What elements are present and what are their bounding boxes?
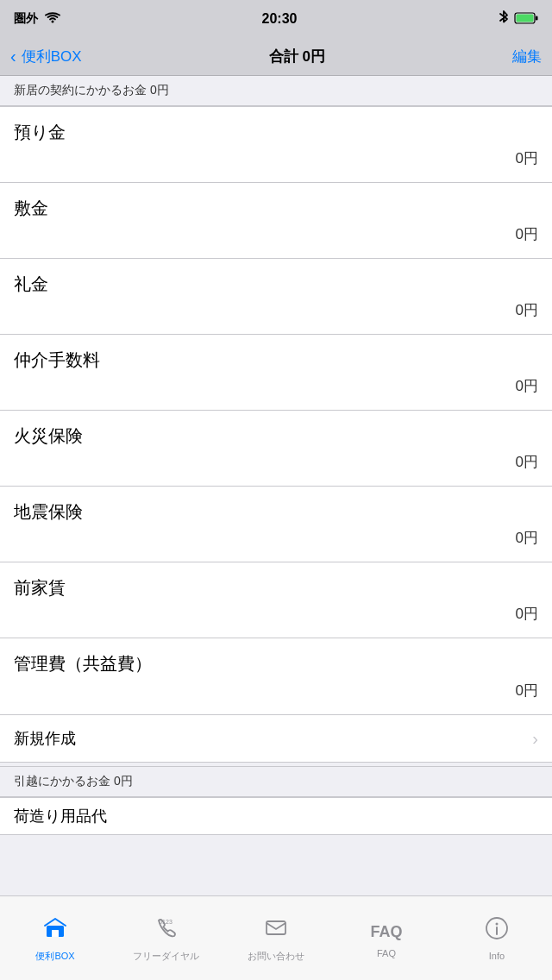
svg-rect-6 (267, 921, 285, 934)
row-label-4: 火災保険 (14, 421, 538, 448)
edit-button[interactable]: 編集 (512, 47, 542, 66)
nav-title: 合計 0円 (269, 47, 325, 66)
row-label-2: 礼金 (14, 269, 538, 296)
tab-info[interactable]: Info (442, 908, 552, 968)
benribox-icon (42, 914, 68, 946)
table-row[interactable]: 礼金 0円 (0, 259, 552, 335)
section-header-2: 引越にかかるお金 0円 (0, 766, 552, 797)
wifi-icon (45, 12, 60, 27)
table-row[interactable]: 預り金 0円 (0, 107, 552, 183)
battery-icon (514, 12, 538, 27)
tab-faq-label: FAQ (377, 948, 396, 958)
back-chevron-icon: ‹ (10, 47, 16, 66)
back-button[interactable]: ‹ 便利BOX (10, 47, 82, 66)
nav-bar: ‹ 便利BOX 合計 0円 編集 (0, 38, 552, 76)
table-row[interactable]: 敷金 0円 (0, 183, 552, 259)
back-label: 便利BOX (22, 47, 82, 66)
free-dial-icon: 0123 (153, 914, 179, 946)
svg-rect-2 (536, 16, 538, 20)
row-label-5: 地震保険 (14, 497, 538, 524)
tab-inquiry[interactable]: お問い合わせ (221, 908, 331, 970)
section-header-2-label: 引越にかかるお金 0円 (14, 774, 133, 788)
status-right (499, 10, 538, 28)
svg-rect-1 (516, 14, 533, 22)
tab-benribox[interactable]: 便利BOX (0, 908, 110, 970)
svg-rect-4 (52, 930, 59, 937)
status-bar: 圏外 20:30 (0, 0, 552, 38)
svg-point-8 (496, 923, 499, 926)
new-entry-label: 新規作成 (14, 728, 76, 749)
partial-row[interactable]: 荷造り用品代 (0, 797, 552, 835)
row-value-0: 0円 (14, 148, 538, 172)
row-value-7: 0円 (14, 681, 538, 704)
info-icon (484, 915, 510, 947)
row-label-6: 前家賃 (14, 573, 538, 600)
row-value-1: 0円 (14, 224, 538, 248)
tab-benribox-label: 便利BOX (35, 950, 74, 963)
table-row[interactable]: 仲介手数料 0円 (0, 335, 552, 411)
tab-free-dial[interactable]: 0123 フリーダイヤル (110, 908, 221, 970)
section-header-1-label: 新居の契約にかかるお金 0円 (14, 83, 169, 97)
content-area: 新居の契約にかかるお金 0円 預り金 0円 敷金 0円 礼金 0円 仲介手数料 … (0, 76, 552, 895)
row-value-2: 0円 (14, 300, 538, 324)
tab-inquiry-label: お問い合わせ (248, 950, 304, 963)
row-label-7: 管理費（共益費） (14, 649, 538, 675)
inquiry-icon (263, 914, 289, 946)
row-label-1: 敷金 (14, 193, 538, 220)
table-row[interactable]: 火災保険 0円 (0, 411, 552, 487)
table-row[interactable]: 前家賃 0円 (0, 562, 552, 638)
row-label-3: 仲介手数料 (14, 345, 538, 372)
tab-bar: 便利BOX 0123 フリーダイヤル お問い合わせ FAQ FAQ (0, 895, 552, 980)
table-group-1: 預り金 0円 敷金 0円 礼金 0円 仲介手数料 0円 火災保険 0円 地震保険… (0, 106, 552, 714)
bluetooth-icon (499, 10, 509, 28)
tab-info-label: Info (489, 951, 505, 961)
table-row[interactable]: 地震保険 0円 (0, 487, 552, 562)
row-label-0: 預り金 (14, 117, 538, 144)
svg-text:0123: 0123 (159, 919, 172, 925)
carrier-text: 圏外 (14, 11, 38, 27)
partial-row-label: 荷造り用品代 (14, 806, 107, 826)
status-time: 20:30 (262, 11, 298, 27)
new-entry-row[interactable]: 新規作成 › (0, 714, 552, 763)
row-value-6: 0円 (14, 604, 538, 627)
new-entry-chevron-icon: › (532, 729, 538, 749)
faq-icon: FAQ (370, 919, 402, 945)
section-header-1: 新居の契約にかかるお金 0円 (0, 76, 552, 106)
status-left: 圏外 (14, 11, 60, 27)
table-row[interactable]: 管理費（共益費） 0円 (0, 638, 552, 714)
row-value-3: 0円 (14, 376, 538, 399)
row-value-5: 0円 (14, 528, 538, 551)
tab-free-dial-label: フリーダイヤル (133, 950, 199, 963)
tab-faq[interactable]: FAQ FAQ (331, 912, 442, 965)
row-value-4: 0円 (14, 452, 538, 475)
